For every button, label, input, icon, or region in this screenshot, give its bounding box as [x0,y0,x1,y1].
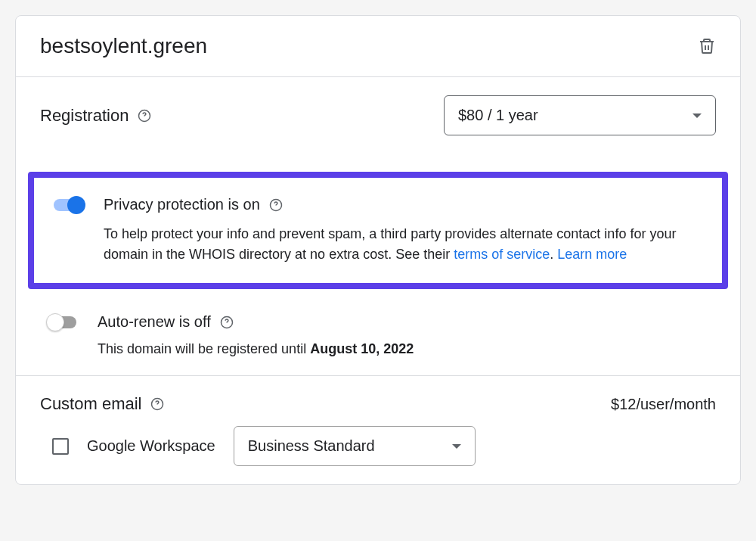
help-icon[interactable] [150,397,164,411]
autorenew-section: Auto-renew is off This domain will be re… [16,301,740,375]
autorenew-desc-prefix: This domain will be registered until [98,341,310,356]
registration-period-value: $80 / 1 year [458,107,538,124]
privacy-description: To help protect your info and prevent sp… [104,224,704,265]
privacy-title-text: Privacy protection is on [104,196,260,213]
registration-period-dropdown[interactable]: $80 / 1 year [444,95,716,135]
autorenew-description: This domain will be registered until Aug… [98,341,710,357]
chevron-down-icon [692,113,702,118]
workspace-row: Google Workspace Business Standard [16,426,740,484]
delete-button[interactable] [698,37,716,55]
workspace-plan-value: Business Standard [248,437,375,455]
registration-section: Registration $80 / 1 year [16,77,740,154]
autorenew-title: Auto-renew is off [98,313,710,331]
custom-email-header: Custom email $12/user/month [16,376,740,426]
custom-email-price: $12/user/month [611,396,716,413]
custom-email-title-text: Custom email [40,394,141,414]
autorenew-toggle[interactable] [46,313,79,331]
autorenew-date: August 10, 2022 [310,341,414,356]
card-header: bestsoylent.green [16,16,740,77]
help-icon[interactable] [269,198,283,212]
custom-email-title: Custom email [40,394,164,414]
domain-settings-card: bestsoylent.green Registration $80 / 1 y… [15,15,741,485]
domain-name: bestsoylent.green [40,34,207,58]
privacy-toggle[interactable] [52,196,85,214]
privacy-title: Privacy protection is on [104,196,704,213]
workspace-checkbox[interactable] [52,438,69,455]
autorenew-title-text: Auto-renew is off [98,313,211,331]
registration-title-text: Registration [40,106,129,126]
workspace-plan-dropdown[interactable]: Business Standard [234,426,476,466]
registration-title: Registration [40,106,151,126]
tos-link[interactable]: terms of service [454,247,550,262]
learn-more-link[interactable]: Learn more [557,247,627,262]
privacy-highlight-box: Privacy protection is on To help protect… [28,172,728,289]
help-icon[interactable] [220,316,234,329]
help-icon[interactable] [138,109,151,123]
period: . [550,247,557,262]
chevron-down-icon [452,444,461,449]
workspace-label: Google Workspace [87,437,215,455]
